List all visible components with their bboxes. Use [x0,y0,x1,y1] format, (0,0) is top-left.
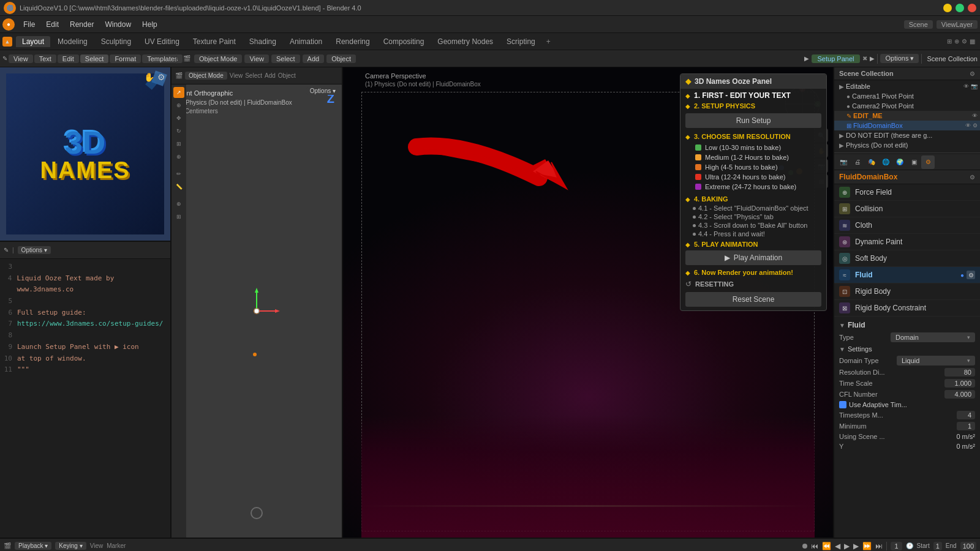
options-dropdown[interactable]: Options ▾ [18,246,51,254]
sidebar-measure-tool[interactable]: 📏 [173,181,184,192]
tab-sculpting[interactable]: Sculpting [95,36,137,47]
sc-camera1[interactable]: ● Camera1 Pivot Point [834,91,980,101]
setup-panel-btn[interactable]: Setup Panel [812,54,861,63]
resolution-value[interactable]: 80 [944,368,975,377]
play-btn[interactable]: ▶ [870,55,875,62]
menu-help[interactable]: Help [137,19,162,30]
tab-layout[interactable]: Layout [16,36,50,47]
gizmo-icon[interactable]: ⊕ [954,38,959,45]
props-object-icon[interactable]: ▣ [907,156,921,169]
viewport-editor-icon[interactable]: 🎬 [182,55,192,62]
phys-collision[interactable]: ⊞ Collision [834,201,980,217]
fluid-section-title[interactable]: ▼ Fluid [834,319,980,331]
front-add-btn[interactable]: Add [265,72,276,79]
vp-view[interactable]: View [244,54,269,63]
cfl-value[interactable]: 4.000 [944,390,975,399]
fluid-settings-btn[interactable]: ⚙ [967,271,975,279]
minimize-button[interactable] [943,4,952,12]
sc-physics[interactable]: ▶ Physics (Do not edit) [834,140,980,150]
sidebar-scale-tool[interactable]: ⊞ [173,138,184,149]
front-editor-type[interactable]: 🎬 [175,72,183,79]
tab-shading[interactable]: Shading [243,36,282,47]
eye-icon[interactable]: 👁 [963,83,969,89]
res-extreme[interactable]: Extreme (24-72 hours to bake) [680,182,826,192]
menu-render[interactable]: Render [65,19,99,30]
phys-force-field[interactable]: ⊕ Force Field [834,184,980,201]
prev-keyframe-btn[interactable]: ⏪ [822,542,831,550]
camera-icon-sc[interactable]: 📷 [971,83,978,89]
props-render-icon[interactable]: 📷 [837,156,850,169]
fluid-type-dropdown[interactable]: Domain ▾ [891,332,975,342]
menu-file[interactable]: File [18,19,40,30]
hand-icon[interactable]: ✋ [144,72,154,82]
settings-subsection[interactable]: ▼ Settings [834,343,980,354]
editor-type-icon[interactable]: ✎ [2,55,7,62]
phys-soft-body[interactable]: ◎ Soft Body [834,250,980,267]
tl-marker-btn[interactable]: Marker [107,542,126,549]
menu-edit[interactable]: Edit [41,19,64,30]
fd-settings[interactable]: ⚙ [973,122,978,129]
menu-window[interactable]: Window [100,19,136,30]
minimum-value[interactable]: 1 [957,422,975,430]
front-object-mode[interactable]: Object Mode [185,72,227,80]
sidebar-select-tool[interactable]: ↗ [173,87,184,98]
adaptive-checkbox[interactable] [839,401,846,408]
editable-folder[interactable]: ▶ Editable 👁 📷 [834,81,980,91]
vp-object-mode[interactable]: Object Mode [194,54,242,63]
phys-cloth[interactable]: ≋ Cloth [834,217,980,234]
vp-object[interactable]: Object [326,54,356,63]
phys-rigid-body-constraint[interactable]: ⊠ Rigid Body Constraint [834,300,980,317]
props-physics-icon[interactable]: ⚙ [921,156,935,169]
tab-modeling[interactable]: Modeling [51,36,94,47]
props-scene-icon[interactable]: 🌐 [879,156,892,169]
end-frame[interactable]: 100 [960,542,976,550]
scene-options-icon[interactable]: ⚙ [970,70,975,77]
view-menu[interactable]: View [9,54,33,63]
front-vp-options[interactable]: Options ▾ [306,87,339,95]
preview-options-icon[interactable]: ⚙ [157,72,165,82]
options-icon[interactable]: ⚙ [962,38,967,45]
front-object-btn[interactable]: Object [278,72,296,79]
tl-view-btn[interactable]: View [90,542,104,549]
sc-do-not-edit[interactable]: ▶ DO NOT EDIT (these are g... [834,130,980,140]
jump-end-btn[interactable]: ⏭ [875,542,883,550]
props-view-icon[interactable]: 🎭 [865,156,878,169]
start-frame[interactable]: 1 [933,542,942,550]
sc-camera2[interactable]: ● Camera2 Pivot Point [834,101,980,111]
tab-scripting[interactable]: Scripting [500,36,541,47]
tab-compositing[interactable]: Compositing [377,36,431,47]
tab-rendering[interactable]: Rendering [330,36,375,47]
next-frame-btn[interactable]: ▶ [853,542,859,550]
front-select-btn[interactable]: Select [245,72,262,79]
keying-btn[interactable]: Keying ▾ [55,542,86,550]
add-workspace-tab[interactable]: + [543,36,554,47]
domain-type-dropdown[interactable]: Liquid ▾ [897,356,975,365]
area-icon[interactable]: ▦ [970,38,975,45]
phys-dynamic-paint[interactable]: ⊛ Dynamic Paint [834,234,980,250]
sidebar-annotate-tool[interactable]: ✏ [173,168,184,179]
props-output-icon[interactable]: 🖨 [851,156,864,169]
tab-animation[interactable]: Animation [284,36,328,47]
scene-selector[interactable]: Scene [904,20,933,29]
record-btn[interactable] [802,544,807,549]
select-menu[interactable]: Select [80,54,109,63]
reset-scene-btn[interactable]: Reset Scene [685,292,821,307]
sidebar-move-tool[interactable]: ✥ [173,113,184,124]
res-ultra[interactable]: Ultra (12-24 hours to bake) [680,172,826,182]
sidebar-add-tool[interactable]: ⊕ [173,198,184,209]
edit-menu[interactable]: Edit [58,54,79,63]
text-menu[interactable]: Text [34,54,56,63]
jump-start-btn[interactable]: ⏮ [811,542,818,550]
time-scale-value[interactable]: 1.000 [944,379,975,388]
res-medium[interactable]: Medium (1-2 Hours to bake) [680,152,826,162]
sidebar-grid-tool[interactable]: ⊞ [173,211,184,222]
sidebar-transform-tool[interactable]: ⊕ [173,151,184,162]
vp-options-btn[interactable]: Options ▾ [880,54,919,63]
timesteps-value[interactable]: 4 [957,411,975,419]
viewlayer-selector[interactable]: ViewLayer [937,20,978,29]
sidebar-rotate-tool[interactable]: ↻ [173,126,184,137]
sc-fluid-domain[interactable]: ⊞ FluidDomainBox 👁 ⚙ [834,121,980,130]
res-low[interactable]: Low (10-30 mins to bake) [680,143,826,152]
fd-eye[interactable]: 👁 [965,122,971,129]
tab-uv-editing[interactable]: UV Editing [138,36,186,47]
